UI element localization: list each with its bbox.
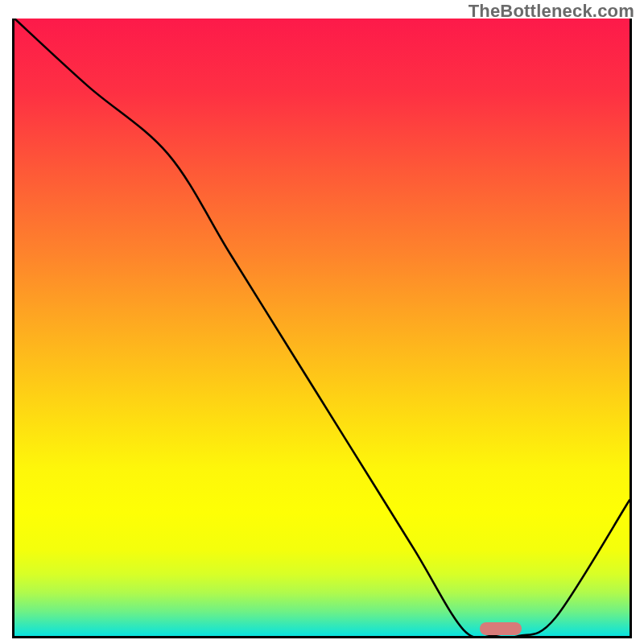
chart-plot-area xyxy=(12,19,632,638)
bottleneck-curve xyxy=(14,19,630,636)
optimal-marker xyxy=(480,622,522,635)
watermark: TheBottleneck.com xyxy=(469,1,634,22)
